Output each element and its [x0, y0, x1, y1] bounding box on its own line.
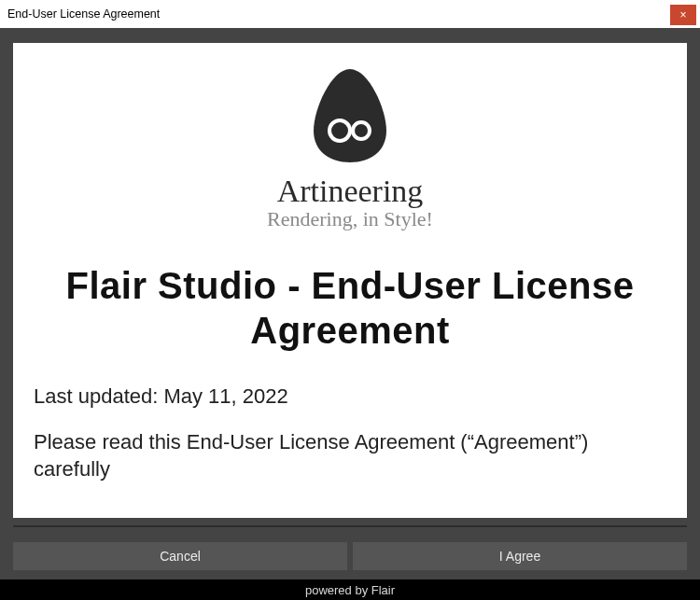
document-frame: Artineering Rendering, in Style! Flair S… [13, 43, 687, 518]
brand-tagline: Rendering, in Style! [34, 207, 666, 231]
separator [13, 525, 687, 527]
titlebar: End-User License Agreement × [0, 0, 700, 28]
button-row: Cancel I Agree [0, 533, 700, 579]
close-button[interactable]: × [670, 5, 696, 25]
document-title: Flair Studio - End-User License Agreemen… [34, 263, 666, 353]
eula-window: End-User License Agreement × Artineering… [0, 0, 700, 600]
footer-text: powered by Flair [305, 583, 395, 597]
document-body-intro: Please read this End-User License Agreem… [34, 429, 666, 482]
overflow-spacer [34, 482, 666, 518]
document-scroll[interactable]: Artineering Rendering, in Style! Flair S… [13, 43, 687, 518]
artineering-logo-icon [310, 67, 390, 168]
content-area: Artineering Rendering, in Style! Flair S… [0, 28, 700, 533]
window-title: End-User License Agreement [7, 7, 160, 21]
close-icon: × [679, 8, 686, 21]
footer: powered by Flair [0, 579, 700, 600]
last-updated: Last updated: May 11, 2022 [34, 384, 666, 409]
agree-button[interactable]: I Agree [353, 542, 687, 570]
cancel-button[interactable]: Cancel [13, 542, 347, 570]
brand-block: Artineering Rendering, in Style! [34, 67, 666, 231]
brand-name: Artineering [34, 174, 666, 209]
